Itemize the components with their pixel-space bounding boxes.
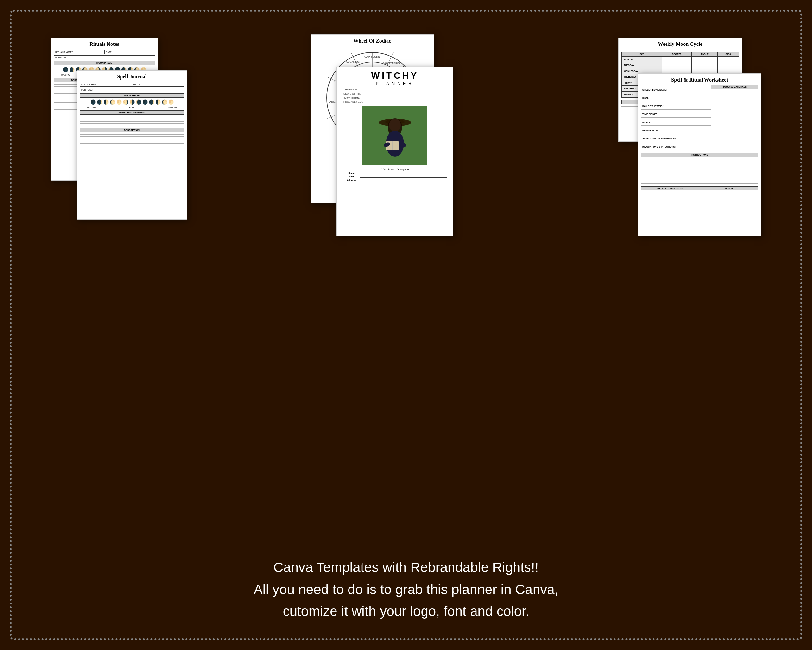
ws-date: DATE:: [643, 97, 649, 99]
ws-fields-col: SPELL/RITUAL NAME: DATE: DAY OF THE WEEK…: [641, 85, 711, 150]
col-sign: SIGN: [718, 52, 739, 57]
cover-email-line: [360, 176, 447, 178]
rituals-date-label: DATE:: [105, 50, 155, 54]
reflection-header: REFLECTION/RESULTS: [641, 187, 700, 190]
smoon-1: 🌑: [90, 99, 96, 105]
smoon-13: 🌕: [168, 99, 174, 105]
ws-row: MOON CYCLE:: [641, 126, 711, 134]
reflection-area: [641, 190, 700, 210]
smoon-2: 🌒: [97, 99, 102, 105]
cell: [718, 68, 739, 74]
cover-subtitle: PLANNER: [337, 81, 453, 86]
label-waxing: WAXING: [61, 74, 70, 76]
spell-name-label: SPELL NAME:: [80, 83, 132, 86]
smoon-11: 🌓: [155, 99, 161, 105]
ws-tools-col: TOOLS & MATERIALS: [711, 85, 758, 150]
cell: [718, 63, 739, 68]
person-svg: [362, 106, 427, 165]
cover-intro: THE PERSO...SIGNS OF TH...CAPRICORN...PR…: [337, 88, 453, 106]
smoon-6: 🌖: [123, 99, 128, 105]
ws-row: DAY OF THE WEEK:: [641, 101, 711, 110]
wheel-title: Wheel Of Zodiac: [311, 35, 433, 46]
spell-waxing: WAXING: [87, 106, 96, 109]
moon-2: 🌒: [69, 67, 75, 72]
instructions-area: [641, 158, 759, 184]
ws-row: SPELL/RITUAL NAME:: [641, 85, 711, 93]
cover-title: WITCHY: [337, 70, 453, 81]
ws-notes-area: [700, 190, 759, 210]
day-wednesday: WEDNESDAY: [622, 68, 662, 74]
rituals-purpose-label: PURPOSE:: [54, 55, 155, 59]
cover-name-line: [360, 172, 447, 174]
col-angle: ANGLE: [691, 52, 718, 57]
cell: [691, 68, 718, 74]
description-header: DESCRIPTION: [79, 128, 184, 132]
spell-worksheet-card: Spell & Ritual Worksheet SPELL/RITUAL NA…: [638, 73, 761, 236]
instructions-header: INSTRUCTIONS: [641, 153, 759, 157]
cell: [662, 63, 691, 68]
spell-journal-card: Spell Journal SPELL NAME: DATE: PURPOSE:…: [77, 70, 187, 220]
smoon-3: 🌓: [103, 99, 109, 105]
notes-col: NOTES: [700, 187, 759, 210]
smoon-10: 🌒: [149, 99, 154, 105]
ws-place: PLACE:: [643, 121, 651, 124]
spell-moon-header: MOON PHASE: [79, 93, 184, 98]
smoon-5: 🌕: [116, 99, 122, 105]
ws-day: DAY OF THE WEEK:: [643, 105, 664, 107]
worksheet-top-section: SPELL/RITUAL NAME: DATE: DAY OF THE WEEK…: [641, 85, 759, 150]
bottom-line1: Canva Templates with Rebrandable Rights!…: [254, 557, 559, 578]
svg-text:AQUARIUS: AQUARIUS: [346, 60, 360, 63]
ws-moon-cycle: MOON CYCLE:: [643, 129, 659, 132]
cover-photo: [362, 106, 427, 165]
rituals-moon-header: MOON PHASE: [53, 61, 155, 65]
svg-text:CAPRICORN: CAPRICORN: [365, 55, 380, 58]
witchy-planner-card: WITCHY PLANNER THE PERSO...SIGNS OF TH..…: [336, 67, 453, 236]
ws-time: TIME OF DAY:: [643, 113, 657, 115]
col-degree: DEGREE: [662, 52, 691, 57]
cell: [718, 57, 739, 63]
ws-invocations: INVOCATIONS & INTENTIONS:: [643, 145, 676, 148]
cover-address-line: [360, 179, 447, 181]
smoon-4: 🌔: [110, 99, 115, 105]
day-tuesday: TUESDAY: [622, 63, 662, 68]
cover-address-label: Address: [343, 179, 360, 181]
cell: [691, 57, 718, 63]
col-day: DAY: [622, 52, 662, 57]
cell: [691, 63, 718, 68]
ingredients-lines: [79, 117, 184, 126]
bottom-two-col: REFLECTION/RESULTS NOTES: [641, 186, 759, 210]
outer-border: Rituals Notes RITUALS NOTES: DATE: PURPO…: [10, 10, 802, 640]
cover-email-field: Email: [343, 176, 447, 178]
spell-date-label: DATE:: [132, 83, 184, 86]
ws-row: TIME OF DAY:: [641, 110, 711, 118]
cover-person-bg: [362, 106, 427, 165]
ws-row: ASTROLOGICAL INFLUENCES:: [641, 134, 711, 142]
ingredients-header: INGREDIENTS/ELEMENT: [79, 110, 184, 115]
pages-area: Rituals Notes RITUALS NOTES: DATE: PURPO…: [31, 31, 781, 547]
cover-name-field: Name: [343, 172, 447, 174]
svg-text:SAGITTARIUS: SAGITTARIUS: [383, 62, 400, 65]
smoon-12: 🌔: [162, 99, 167, 105]
spell-moon-phases: 🌑 🌒 🌓 🌔 🌕 🌖 🌗 🌘 🌑 🌒 🌓 🌔 🌕: [77, 98, 187, 106]
rituals-title: Rituals Notes: [51, 38, 157, 49]
cell: [662, 68, 691, 74]
bottom-line3: cutomize it with your logo, font and col…: [254, 600, 559, 622]
cover-address-field: Address: [343, 179, 447, 181]
worksheet-title: Spell & Ritual Worksheet: [638, 74, 761, 85]
moon-1: 🌑: [63, 67, 68, 72]
weekly-title: Weekly Moon Cycle: [619, 38, 742, 49]
smoon-8: 🌘: [136, 99, 141, 105]
tools-materials-header: TOOLS & MATERIALS: [711, 85, 758, 89]
day-monday: MONDAY: [622, 57, 662, 63]
spell-moon-labels: WAXING FULL WANING: [77, 106, 187, 109]
ws-notes-header: NOTES: [700, 187, 759, 190]
ws-astro: ASTROLOGICAL INFLUENCES:: [643, 138, 676, 140]
table-row: TUESDAY: [622, 63, 739, 68]
ws-row: INVOCATIONS & INTENTIONS:: [641, 142, 711, 150]
table-row: MONDAY: [622, 57, 739, 63]
cover-name-label: Name: [343, 172, 360, 174]
bottom-line2: All you need to do is to grab this plann…: [254, 578, 559, 600]
description-lines: [79, 134, 184, 148]
ws-row: PLACE:: [641, 118, 711, 126]
spell-purpose-label: PURPOSE:: [80, 88, 184, 92]
